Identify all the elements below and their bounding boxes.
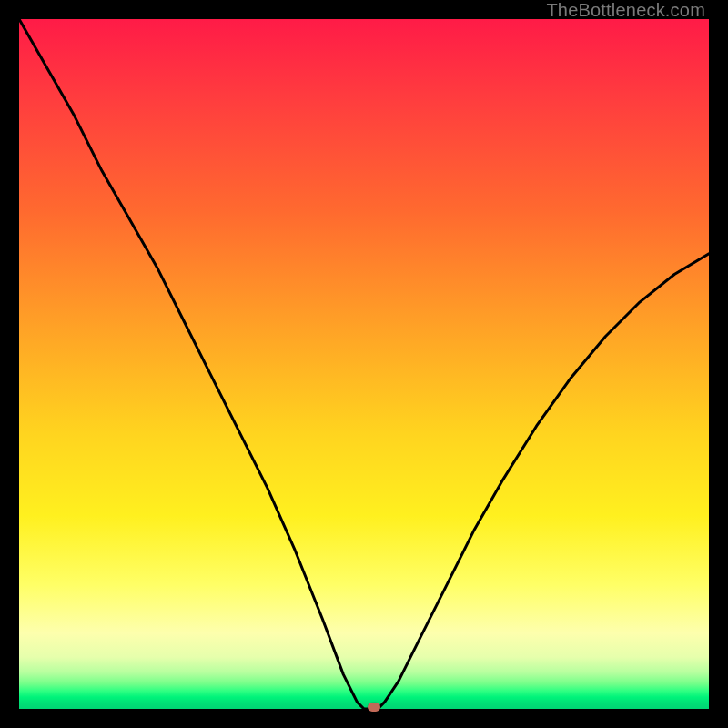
chart-plot-area xyxy=(19,19,709,709)
chart-frame: TheBottleneck.com xyxy=(0,0,728,728)
watermark-text: TheBottleneck.com xyxy=(546,0,705,21)
optimal-point-marker xyxy=(368,703,380,712)
bottleneck-curve xyxy=(19,19,709,709)
